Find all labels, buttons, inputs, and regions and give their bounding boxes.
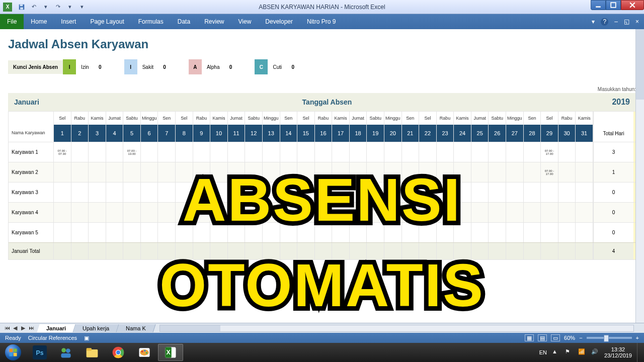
- attendance-cell[interactable]: [419, 223, 437, 242]
- help-icon[interactable]: ?: [601, 18, 608, 26]
- attendance-cell[interactable]: [89, 203, 106, 222]
- taskbar-people-icon[interactable]: [53, 344, 78, 361]
- attendance-cell[interactable]: [158, 162, 176, 182]
- attendance-cell[interactable]: [437, 142, 454, 162]
- minimize-button[interactable]: [591, 0, 606, 10]
- attendance-cell[interactable]: [141, 223, 158, 242]
- ribbon-minimize-icon[interactable]: ▾: [592, 18, 595, 25]
- attendance-cell[interactable]: [367, 142, 384, 162]
- attendance-cell[interactable]: [263, 142, 280, 162]
- tab-nav-last-icon[interactable]: ⏭: [27, 325, 35, 331]
- attendance-cell[interactable]: [332, 142, 350, 162]
- attendance-cell[interactable]: [228, 183, 246, 202]
- attendance-cell[interactable]: [402, 203, 420, 222]
- attendance-cell[interactable]: [71, 183, 89, 202]
- sheet-tab-nama[interactable]: Nama K: [117, 324, 156, 332]
- attendance-cell[interactable]: [245, 183, 263, 202]
- workbook-close-icon[interactable]: ×: [635, 18, 639, 25]
- attendance-cell[interactable]: [280, 162, 298, 182]
- attendance-cell[interactable]: [315, 223, 333, 242]
- attendance-cell[interactable]: [332, 183, 350, 202]
- save-icon[interactable]: [16, 2, 27, 12]
- attendance-cell[interactable]: [471, 223, 489, 242]
- tab-nav-prev-icon[interactable]: ◀: [11, 325, 19, 331]
- attendance-cell[interactable]: [384, 183, 402, 202]
- attendance-cell[interactable]: [524, 203, 541, 222]
- attendance-cell[interactable]: [471, 142, 489, 162]
- tab-data[interactable]: Data: [171, 14, 197, 29]
- attendance-cell[interactable]: [558, 142, 576, 162]
- attendance-cell[interactable]: 07.00 - 07.30: [54, 142, 71, 162]
- attendance-cell[interactable]: [71, 142, 89, 162]
- attendance-cell[interactable]: [71, 223, 89, 242]
- attendance-cell[interactable]: [558, 183, 576, 202]
- attendance-cell[interactable]: [332, 203, 350, 222]
- attendance-cell[interactable]: [419, 183, 437, 202]
- attendance-cell[interactable]: [280, 183, 298, 202]
- workbook-restore-icon[interactable]: ◱: [624, 18, 629, 25]
- attendance-cell[interactable]: [54, 183, 71, 202]
- attendance-cell[interactable]: [384, 142, 402, 162]
- attendance-cell[interactable]: 07.00 - 13.00: [123, 142, 141, 162]
- taskbar-photoshop-icon[interactable]: Ps: [27, 344, 52, 361]
- attendance-cell[interactable]: [89, 162, 106, 182]
- attendance-cell[interactable]: [489, 162, 506, 182]
- attendance-cell[interactable]: [158, 183, 176, 202]
- tab-nav-first-icon[interactable]: ⏮: [3, 325, 11, 331]
- start-button[interactable]: [0, 343, 26, 362]
- tray-volume-icon[interactable]: 🔊: [591, 348, 599, 356]
- attendance-cell[interactable]: [228, 203, 246, 222]
- attendance-cell[interactable]: [454, 203, 471, 222]
- attendance-cell[interactable]: [541, 203, 558, 222]
- attendance-cell[interactable]: [141, 162, 158, 182]
- tab-home[interactable]: Home: [24, 14, 54, 29]
- attendance-cell[interactable]: [141, 203, 158, 222]
- attendance-cell[interactable]: [315, 142, 333, 162]
- attendance-cell[interactable]: [437, 203, 454, 222]
- attendance-cell[interactable]: [576, 142, 593, 162]
- tab-review[interactable]: Review: [197, 14, 231, 29]
- attendance-cell[interactable]: [506, 183, 524, 202]
- attendance-cell[interactable]: [576, 203, 593, 222]
- taskbar-paint-icon[interactable]: [132, 344, 157, 361]
- attendance-cell[interactable]: [297, 203, 315, 222]
- attendance-cell[interactable]: [210, 203, 228, 222]
- attendance-cell[interactable]: [158, 223, 176, 242]
- taskbar-excel-icon[interactable]: X: [158, 344, 183, 361]
- attendance-cell[interactable]: [506, 142, 524, 162]
- attendance-cell[interactable]: [210, 223, 228, 242]
- view-layout-icon[interactable]: ▤: [538, 334, 547, 341]
- attendance-cell[interactable]: [437, 223, 454, 242]
- attendance-cell[interactable]: [315, 183, 333, 202]
- attendance-cell[interactable]: [402, 142, 420, 162]
- view-normal-icon[interactable]: ▦: [525, 334, 534, 341]
- attendance-cell[interactable]: [193, 142, 211, 162]
- attendance-cell[interactable]: [350, 223, 367, 242]
- attendance-cell[interactable]: [489, 203, 506, 222]
- attendance-cell[interactable]: [506, 162, 524, 182]
- attendance-cell[interactable]: [454, 223, 471, 242]
- attendance-cell[interactable]: [280, 203, 298, 222]
- attendance-cell[interactable]: [176, 162, 193, 182]
- attendance-cell[interactable]: [141, 142, 158, 162]
- attendance-cell[interactable]: [123, 162, 141, 182]
- dropdown-icon[interactable]: ▾: [64, 2, 75, 12]
- zoom-out-icon[interactable]: −: [579, 335, 582, 341]
- customize-icon[interactable]: ▾: [76, 2, 88, 12]
- attendance-cell[interactable]: [263, 162, 280, 182]
- attendance-cell[interactable]: [280, 142, 298, 162]
- attendance-cell[interactable]: [506, 223, 524, 242]
- attendance-cell[interactable]: [123, 203, 141, 222]
- horizontal-scrollbar[interactable]: [159, 325, 634, 332]
- attendance-cell[interactable]: [437, 162, 454, 182]
- attendance-cell[interactable]: [71, 162, 89, 182]
- attendance-cell[interactable]: [367, 162, 384, 182]
- attendance-cell[interactable]: [210, 183, 228, 202]
- attendance-cell[interactable]: [350, 142, 367, 162]
- attendance-cell[interactable]: [176, 203, 193, 222]
- attendance-cell[interactable]: [384, 223, 402, 242]
- attendance-cell[interactable]: [297, 162, 315, 182]
- attendance-cell[interactable]: [489, 223, 506, 242]
- tab-formulas[interactable]: Formulas: [131, 14, 171, 29]
- attendance-cell[interactable]: [402, 223, 420, 242]
